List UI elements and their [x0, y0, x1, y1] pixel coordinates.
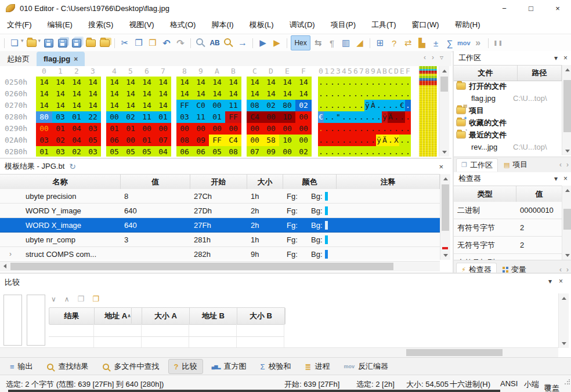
ascii-char[interactable]: . — [388, 135, 393, 146]
ascii-char[interactable]: À — [370, 100, 376, 111]
dock-tab-输出[interactable]: ≡输出 — [5, 360, 38, 373]
show-paragraph-icon[interactable]: ¶ — [326, 36, 338, 50]
dock-tab-比较[interactable]: ?比较 — [168, 359, 203, 374]
hex-byte[interactable]: FF — [225, 111, 241, 123]
compare-menu-icon[interactable]: ▾ — [548, 277, 552, 285]
hex-byte[interactable]: 04 — [155, 146, 171, 157]
ascii-char[interactable]: . — [393, 100, 399, 111]
checksum-icon[interactable]: ± — [429, 36, 442, 50]
compare-col-header[interactable]: 地址 B — [190, 308, 237, 324]
ascii-char[interactable]: . — [359, 100, 364, 111]
ascii-char[interactable]: . — [399, 111, 405, 123]
compare-col-header[interactable]: 大小 A — [142, 308, 190, 324]
hex-byte[interactable]: 02 — [263, 100, 279, 111]
menu-item[interactable]: 调试(D) — [290, 20, 315, 30]
ascii-char[interactable]: . — [347, 100, 353, 111]
menu-item[interactable]: 窗口(W) — [412, 20, 439, 30]
menu-item[interactable]: 脚本(I) — [211, 20, 233, 30]
ascii-char[interactable]: . — [318, 100, 324, 111]
hex-byte[interactable]: 05 — [85, 135, 101, 146]
ascii-char[interactable]: . — [335, 123, 341, 135]
hex-byte[interactable]: 07 — [247, 146, 263, 157]
hex-byte[interactable]: 01 — [52, 123, 68, 135]
ascii-char[interactable]: . — [330, 77, 335, 88]
workspace-item[interactable]: flag.jpgC:\U...top\ — [454, 153, 562, 155]
ascii-char[interactable]: . — [393, 111, 399, 123]
ascii-char[interactable]: . — [324, 100, 330, 111]
ascii-char[interactable]: . — [318, 123, 324, 135]
ascii-char[interactable]: . — [335, 146, 341, 157]
paste-icon[interactable]: ❒ — [146, 36, 159, 50]
ascii-char[interactable]: . — [393, 123, 399, 135]
inspector-row[interactable]: 有符号短型-32766 — [454, 254, 562, 260]
hex-byte[interactable]: 14 — [106, 88, 122, 100]
ascii-char[interactable]: . — [382, 146, 388, 157]
ascii-char[interactable]: . — [359, 77, 364, 88]
copy-to-b-icon[interactable]: ❐ — [92, 295, 99, 303]
scroll-up-icon[interactable] — [440, 174, 450, 183]
calculator-icon[interactable]: ⊞ — [374, 36, 386, 50]
hex-byte[interactable]: 07 — [155, 135, 171, 146]
ascii-char[interactable]: . — [341, 146, 347, 157]
ascii-char[interactable]: . — [330, 146, 335, 157]
file-info-icon[interactable]: ? — [388, 36, 400, 50]
ascii-char[interactable]: . — [335, 135, 341, 146]
ascii-char[interactable]: . — [382, 100, 388, 111]
ascii-char[interactable]: . — [376, 88, 382, 100]
ascii-char[interactable]: . — [382, 88, 388, 100]
ascii-char[interactable]: € — [399, 100, 405, 111]
scroll-down-icon[interactable] — [439, 147, 449, 157]
menu-item[interactable]: 项目(P) — [331, 20, 356, 30]
hex-byte[interactable]: 02 — [122, 111, 139, 123]
ascii-char[interactable]: . — [405, 100, 411, 111]
hex-byte[interactable]: 14 — [155, 88, 171, 100]
hex-byte[interactable]: 14 — [139, 100, 155, 111]
workspace-scroll-thumb[interactable] — [563, 80, 571, 132]
ascii-char[interactable]: . — [370, 77, 376, 88]
save-as-icon[interactable] — [56, 36, 69, 50]
menu-item[interactable]: 模板(L) — [250, 20, 274, 30]
hex-byte[interactable]: 14 — [122, 100, 139, 111]
ascii-char[interactable]: . — [341, 135, 347, 146]
ascii-char[interactable]: . — [324, 123, 330, 135]
ascii-char[interactable]: . — [388, 146, 393, 157]
template-scrollbar[interactable] — [440, 174, 450, 260]
inspector-col-type[interactable]: 类型 — [454, 186, 516, 202]
hex-byte[interactable]: 14 — [155, 77, 171, 88]
template-col-header[interactable]: 注释 — [337, 175, 440, 190]
ascii-char[interactable]: . — [388, 123, 393, 135]
template-col-header[interactable]: 大小 — [247, 175, 283, 190]
ascii-char[interactable]: . — [335, 100, 341, 111]
ascii-char[interactable]: . — [388, 100, 393, 111]
folder-icon[interactable] — [84, 36, 97, 50]
menu-item[interactable]: 搜索(S) — [88, 20, 113, 30]
ascii-char[interactable]: . — [318, 88, 324, 100]
hex-byte[interactable]: 14 — [68, 100, 85, 111]
ascii-char[interactable]: . — [405, 88, 411, 100]
dropdown-caret-icon[interactable]: ▾ — [38, 38, 41, 43]
ascii-char[interactable]: . — [330, 88, 335, 100]
scroll-up-icon[interactable] — [439, 66, 449, 75]
expand-icon[interactable]: › — [9, 250, 12, 258]
ascii-char[interactable]: . — [341, 111, 347, 123]
inspector-row[interactable]: 二进制00000010 — [454, 202, 562, 219]
new-file-icon[interactable]: ❏ — [8, 36, 21, 50]
resize-grip[interactable] — [564, 379, 570, 385]
ascii-char[interactable]: X — [393, 135, 399, 146]
file-minimap[interactable] — [419, 66, 437, 157]
mov-disasm-icon[interactable]: mov — [457, 36, 471, 50]
ascii-char[interactable]: . — [364, 88, 370, 100]
hex-byte[interactable]: 03 — [36, 135, 52, 146]
template-scroll-thumb[interactable] — [442, 184, 449, 231]
tab-prev-icon[interactable]: ‹ — [424, 53, 426, 61]
tab-list-icon[interactable]: ▿ — [440, 53, 443, 61]
hex-byte[interactable]: 14 — [52, 88, 68, 100]
ascii-char[interactable]: . — [376, 77, 382, 88]
hex-byte[interactable]: 06 — [176, 146, 193, 157]
open-file-icon[interactable] — [26, 36, 38, 50]
ascii-char[interactable]: . — [318, 146, 324, 157]
ascii-char[interactable]: . — [399, 77, 405, 88]
hex-byte[interactable]: 1D — [279, 111, 295, 123]
hex-byte[interactable]: 01 — [106, 123, 122, 135]
hex-byte[interactable]: 14 — [279, 88, 295, 100]
